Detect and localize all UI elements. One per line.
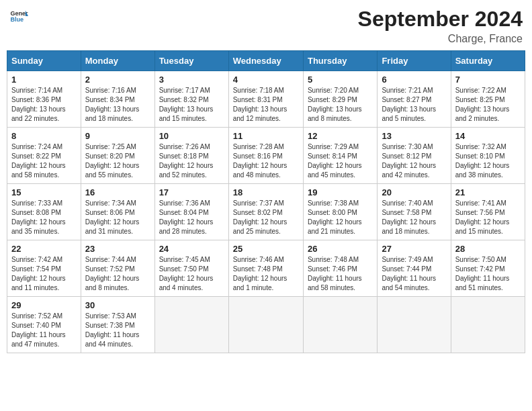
- day-18: 18 Sunrise: 7:37 AMSunset: 8:02 PMDaylig…: [228, 184, 303, 240]
- day-10: 10 Sunrise: 7:26 AMSunset: 8:18 PMDaylig…: [154, 128, 228, 184]
- day-28: 28 Sunrise: 7:50 AMSunset: 7:42 PMDaylig…: [451, 240, 525, 297]
- empty-cell-1: [154, 297, 228, 353]
- header-monday: Monday: [81, 51, 154, 71]
- day-24: 24 Sunrise: 7:45 AMSunset: 7:50 PMDaylig…: [154, 240, 228, 297]
- week-row-4: 22 Sunrise: 7:42 AMSunset: 7:54 PMDaylig…: [7, 240, 525, 297]
- day-23: 23 Sunrise: 7:44 AMSunset: 7:52 PMDaylig…: [81, 240, 154, 297]
- header-thursday: Thursday: [303, 51, 377, 71]
- logo: General Blue: [9, 7, 28, 26]
- day-11: 11 Sunrise: 7:28 AMSunset: 8:16 PMDaylig…: [228, 128, 303, 184]
- day-21: 21 Sunrise: 7:41 AMSunset: 7:56 PMDaylig…: [451, 184, 525, 240]
- svg-text:Blue: Blue: [10, 16, 24, 23]
- day-14: 14 Sunrise: 7:32 AMSunset: 8:10 PMDaylig…: [451, 128, 525, 184]
- day-30: 30 Sunrise: 7:53 AMSunset: 7:38 PMDaylig…: [81, 297, 154, 353]
- location-title: Charge, France: [358, 33, 523, 45]
- week-row-2: 8 Sunrise: 7:24 AMSunset: 8:22 PMDayligh…: [7, 128, 525, 184]
- week-row-5: 29 Sunrise: 7:52 AMSunset: 7:40 PMDaylig…: [7, 297, 525, 353]
- week-row-1: 1 Sunrise: 7:14 AMSunset: 8:36 PMDayligh…: [7, 71, 525, 128]
- logo-icon: General Blue: [9, 7, 28, 26]
- week-row-3: 15 Sunrise: 7:33 AMSunset: 8:08 PMDaylig…: [7, 184, 525, 240]
- empty-cell-4: [378, 297, 451, 353]
- day-4: 4 Sunrise: 7:18 AMSunset: 8:31 PMDayligh…: [228, 71, 303, 128]
- empty-cell-5: [451, 297, 525, 353]
- day-29: 29 Sunrise: 7:52 AMSunset: 7:40 PMDaylig…: [7, 297, 81, 353]
- day-16: 16 Sunrise: 7:34 AMSunset: 8:06 PMDaylig…: [81, 184, 154, 240]
- empty-cell-2: [228, 297, 303, 353]
- day-9: 9 Sunrise: 7:25 AMSunset: 8:20 PMDayligh…: [81, 128, 154, 184]
- empty-cell-3: [303, 297, 377, 353]
- day-13: 13 Sunrise: 7:30 AMSunset: 8:12 PMDaylig…: [378, 128, 451, 184]
- header-wednesday: Wednesday: [228, 51, 303, 71]
- day-20: 20 Sunrise: 7:40 AMSunset: 7:58 PMDaylig…: [378, 184, 451, 240]
- day-17: 17 Sunrise: 7:36 AMSunset: 8:04 PMDaylig…: [154, 184, 228, 240]
- weekday-header-row: Sunday Monday Tuesday Wednesday Thursday…: [7, 51, 525, 71]
- page-header: General Blue September 2024 Charge, Fran…: [7, 7, 525, 45]
- day-12: 12 Sunrise: 7:29 AMSunset: 8:14 PMDaylig…: [303, 128, 377, 184]
- day-2: 2 Sunrise: 7:16 AMSunset: 8:34 PMDayligh…: [81, 71, 154, 128]
- day-19: 19 Sunrise: 7:38 AMSunset: 8:00 PMDaylig…: [303, 184, 377, 240]
- month-title: September 2024: [358, 7, 523, 32]
- day-7: 7 Sunrise: 7:22 AMSunset: 8:25 PMDayligh…: [451, 71, 525, 128]
- header-tuesday: Tuesday: [154, 51, 228, 71]
- day-6: 6 Sunrise: 7:21 AMSunset: 8:27 PMDayligh…: [378, 71, 451, 128]
- day-27: 27 Sunrise: 7:49 AMSunset: 7:44 PMDaylig…: [378, 240, 451, 297]
- day-3: 3 Sunrise: 7:17 AMSunset: 8:32 PMDayligh…: [154, 71, 228, 128]
- header-saturday: Saturday: [451, 51, 525, 71]
- title-block: September 2024 Charge, France: [358, 7, 523, 45]
- calendar-table: Sunday Monday Tuesday Wednesday Thursday…: [7, 50, 525, 353]
- day-5: 5 Sunrise: 7:20 AMSunset: 8:29 PMDayligh…: [303, 71, 377, 128]
- day-1: 1 Sunrise: 7:14 AMSunset: 8:36 PMDayligh…: [7, 71, 81, 128]
- day-26: 26 Sunrise: 7:48 AMSunset: 7:46 PMDaylig…: [303, 240, 377, 297]
- day-15: 15 Sunrise: 7:33 AMSunset: 8:08 PMDaylig…: [7, 184, 81, 240]
- day-8: 8 Sunrise: 7:24 AMSunset: 8:22 PMDayligh…: [7, 128, 81, 184]
- day-25: 25 Sunrise: 7:46 AMSunset: 7:48 PMDaylig…: [228, 240, 303, 297]
- header-friday: Friday: [378, 51, 451, 71]
- day-22: 22 Sunrise: 7:42 AMSunset: 7:54 PMDaylig…: [7, 240, 81, 297]
- header-sunday: Sunday: [7, 51, 81, 71]
